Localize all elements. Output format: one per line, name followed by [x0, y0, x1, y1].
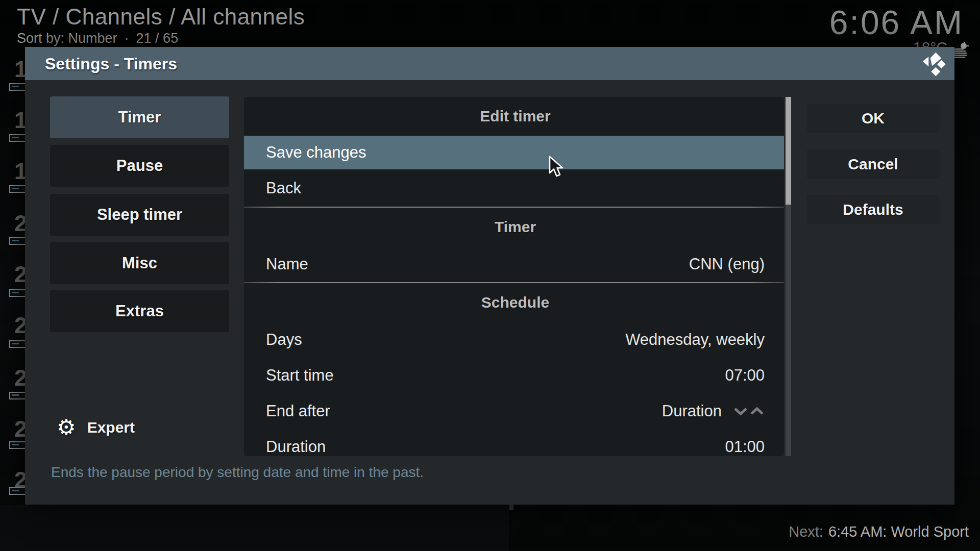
- ok-button[interactable]: OK: [807, 104, 939, 133]
- sidebar-item-sleep-timer[interactable]: Sleep timer: [50, 194, 229, 236]
- setting-value-text: 01:00: [725, 438, 765, 456]
- group-header-label: Edit timer: [480, 108, 550, 125]
- setting-value-text: 07:00: [725, 366, 765, 385]
- setting-value-text: Wednesday, weekly: [625, 331, 765, 349]
- setting-label: Days: [266, 331, 302, 349]
- scrollbar-thumb[interactable]: [786, 97, 791, 205]
- sidebar-item-label: Extras: [115, 302, 164, 320]
- group-header-schedule: Schedule: [244, 283, 784, 322]
- ok-label: OK: [862, 110, 885, 127]
- help-text: Ends the pause period by setting date an…: [51, 464, 424, 481]
- spinner-down-icon[interactable]: [733, 407, 748, 416]
- setting-value: 07:00: [725, 366, 765, 385]
- sort-line: Sort by: Number · 21 / 65: [17, 31, 178, 46]
- save-changes-label: Save changes: [266, 143, 366, 162]
- setting-row-duration[interactable]: Duration 01:00: [244, 429, 784, 456]
- back-label: Back: [266, 179, 301, 197]
- setting-row-days[interactable]: Days Wednesday, weekly: [244, 322, 784, 358]
- sidebar-item-timer[interactable]: Timer: [50, 96, 229, 138]
- gear-icon: ⚙: [57, 417, 76, 438]
- sidebar-item-misc[interactable]: Misc: [50, 242, 229, 284]
- value-spinner: [733, 407, 765, 416]
- spinner-up-icon[interactable]: [749, 407, 765, 416]
- sidebar-item-label: Misc: [122, 254, 157, 272]
- setting-value: CNN (eng): [689, 255, 765, 273]
- settings-list-panel: Edit timer Save changes Back Timer Name …: [244, 97, 784, 456]
- dot-separator: ·: [125, 31, 129, 46]
- next-label: Next:: [789, 523, 823, 540]
- sidebar-item-extras[interactable]: Extras: [50, 290, 229, 332]
- background-epg-divider: [509, 505, 513, 510]
- panel-scrollbar[interactable]: [786, 97, 791, 456]
- cancel-label: Cancel: [848, 156, 898, 173]
- sidebar-item-pause[interactable]: Pause: [50, 145, 229, 187]
- back-item[interactable]: Back: [244, 169, 784, 207]
- group-header-label: Schedule: [481, 294, 549, 311]
- setting-value-text: CNN (eng): [689, 255, 765, 273]
- setting-value-text: Duration: [662, 402, 722, 420]
- defaults-label: Defaults: [843, 201, 903, 218]
- sidebar-item-label: Pause: [116, 157, 163, 175]
- dialog-titlebar: Settings - Timers: [25, 47, 954, 80]
- kodi-logo-icon: [919, 52, 947, 78]
- setting-row-end-after[interactable]: End after Duration: [244, 393, 784, 429]
- setting-label: Name: [266, 255, 308, 273]
- sidebar-item-label: Sleep timer: [97, 206, 182, 224]
- breadcrumb: TV / Channels / All channels: [17, 4, 305, 30]
- settings-timers-dialog: Settings - Timers Timer Pause Sleep time…: [25, 47, 954, 505]
- setting-label: Duration: [266, 438, 326, 456]
- next-program-line: Next: 6:45 AM: World Sport: [789, 523, 969, 540]
- setting-row-name[interactable]: Name CNN (eng): [244, 246, 784, 282]
- settings-level-toggle[interactable]: ⚙ Expert: [57, 417, 135, 438]
- next-program: 6:45 AM: World Sport: [828, 523, 969, 540]
- sidebar-item-label: Timer: [118, 108, 161, 127]
- save-changes-item[interactable]: Save changes: [244, 136, 784, 169]
- dialog-title: Settings - Timers: [45, 54, 177, 73]
- clock: 6:06 AM: [829, 3, 964, 42]
- group-header-timer: Timer: [244, 208, 784, 246]
- setting-label: End after: [266, 402, 330, 420]
- setting-label: Start time: [266, 366, 334, 385]
- list-position: 21 / 65: [136, 31, 179, 46]
- setting-value: Wednesday, weekly: [625, 331, 765, 349]
- mouse-cursor: [547, 155, 569, 179]
- cancel-button[interactable]: Cancel: [807, 149, 939, 179]
- group-header-label: Timer: [495, 218, 536, 236]
- screen: TV / Channels / All channels Sort by: Nu…: [0, 0, 980, 551]
- setting-value: 01:00: [725, 438, 765, 456]
- setting-value: Duration: [662, 402, 765, 420]
- settings-level-label: Expert: [87, 419, 135, 436]
- background-epg-area: [0, 505, 509, 551]
- defaults-button[interactable]: Defaults: [807, 195, 939, 224]
- group-header-edit-timer: Edit timer: [244, 97, 784, 136]
- sort-by-label: Sort by: Number: [17, 31, 117, 46]
- setting-row-start-time[interactable]: Start time 07:00: [244, 358, 784, 393]
